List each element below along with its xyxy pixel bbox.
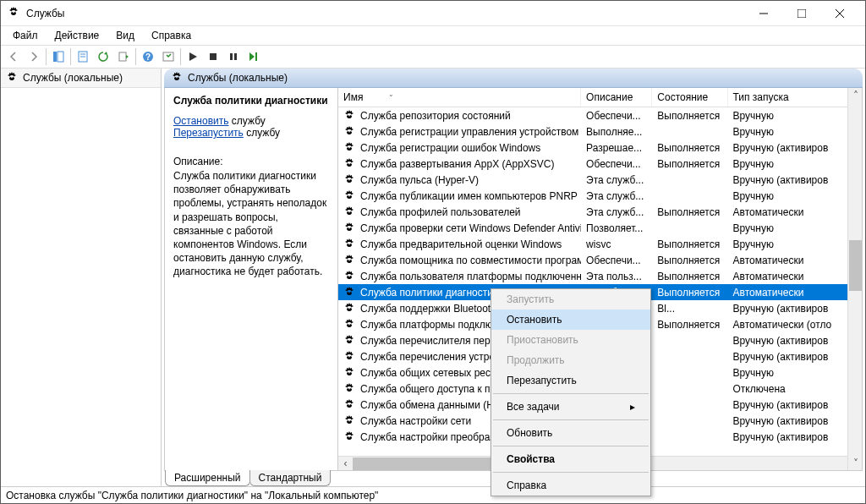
tree-root-item[interactable]: Службы (локальные): [1, 68, 161, 88]
gear-icon: [343, 351, 355, 363]
service-row[interactable]: Служба репозитория состоянийОбеспечи...В…: [338, 107, 862, 123]
scroll-up-arrow[interactable]: ˄: [848, 88, 863, 102]
service-desc: Разрешае...: [581, 142, 652, 154]
forward-button[interactable]: [25, 47, 43, 66]
scroll-down-arrow[interactable]: ˅: [848, 456, 863, 470]
pause-service-button[interactable]: [224, 47, 243, 66]
service-startup: Вручную (активиров: [728, 415, 862, 427]
menu-bar: Файл Действие Вид Справка: [1, 26, 865, 45]
back-button[interactable]: [4, 47, 23, 66]
service-desc: Выполняе...: [581, 126, 652, 138]
service-row[interactable]: Служба пульса (Hyper-V)Эта служб...Вручн…: [338, 172, 862, 188]
service-desc: Эта служб...: [581, 174, 652, 186]
ctx-item: Продолжить: [491, 350, 650, 370]
ctx-item[interactable]: Свойства: [491, 449, 650, 469]
properties-button[interactable]: [74, 47, 92, 66]
service-row[interactable]: Служба регистрации управления устройство…: [338, 123, 862, 140]
service-row[interactable]: Служба предварительной оценки Windowswis…: [338, 236, 862, 252]
service-startup: Автоматически: [728, 287, 862, 299]
service-desc: wisvc: [581, 238, 652, 250]
service-name: Служба общего доступа к по: [360, 383, 496, 395]
service-desc: Обеспечи...: [581, 158, 652, 170]
gear-icon: [343, 367, 355, 379]
svg-rect-1: [797, 9, 806, 18]
service-row[interactable]: Служба публикации имен компьютеров PNRPЭ…: [338, 188, 862, 204]
menu-file[interactable]: Файл: [6, 28, 45, 43]
export-button[interactable]: [114, 47, 133, 66]
service-name: Служба помощника по совместимости програ…: [360, 255, 581, 266]
service-name: Служба регистрации ошибок Windows: [360, 142, 540, 154]
svg-rect-5: [58, 52, 63, 62]
gear-icon: [343, 238, 355, 250]
service-row[interactable]: Служба помощника по совместимости програ…: [338, 252, 862, 268]
menu-view[interactable]: Вид: [109, 28, 141, 43]
service-name: Служба предварительной оценки Windows: [360, 238, 562, 250]
service-desc: Эта служб...: [581, 190, 652, 202]
help-button[interactable]: ?: [139, 47, 157, 66]
vertical-scrollbar[interactable]: ˄ ˅: [847, 88, 862, 470]
ctx-item[interactable]: Обновить: [491, 423, 650, 443]
header-name[interactable]: Имя⌄: [338, 88, 581, 107]
stop-service-button[interactable]: [204, 47, 222, 66]
maximize-button[interactable]: [782, 1, 820, 25]
service-row[interactable]: Служба проверки сети Windows Defender An…: [338, 220, 862, 236]
service-startup: Автоматически (отло: [728, 319, 862, 331]
gear-icon: [343, 303, 355, 315]
tab-extended[interactable]: Расширенный: [165, 470, 250, 486]
minimize-button[interactable]: [744, 1, 782, 25]
detail-pane: Служба политики диагностики Остановить с…: [165, 88, 338, 470]
gear-icon: [343, 271, 355, 282]
service-name: Служба общих сетевых ресур: [360, 367, 502, 379]
ctx-item[interactable]: Справка: [491, 475, 650, 496]
service-name: Служба регистрации управления устройство…: [360, 126, 578, 138]
restart-service-link[interactable]: Перезапустить: [173, 127, 244, 139]
header-description[interactable]: Описание: [581, 88, 652, 107]
service-startup: Вручную: [728, 238, 862, 250]
gear-icon: [343, 142, 355, 154]
services-window: Службы Файл Действие Вид Справка ?: [0, 0, 866, 504]
ctx-item[interactable]: Перезапустить: [491, 370, 650, 391]
vscroll-thumb[interactable]: [849, 240, 862, 291]
tab-standard[interactable]: Стандартный: [249, 470, 332, 486]
service-startup: Вручную: [728, 367, 862, 379]
header-startup[interactable]: Тип запуска: [728, 88, 862, 107]
tree-pane: Службы (локальные): [1, 68, 162, 486]
gear-icon: [343, 206, 355, 218]
service-startup: Вручную (активиров: [728, 174, 862, 186]
restart-service-button[interactable]: [244, 47, 263, 66]
service-row[interactable]: Служба развертывания AppX (AppXSVC)Обесп…: [338, 156, 862, 172]
ctx-item: Запустить: [491, 289, 650, 310]
menu-help[interactable]: Справка: [145, 28, 198, 43]
close-button[interactable]: [820, 1, 858, 25]
service-name: Служба пульса (Hyper-V): [360, 174, 479, 186]
service-startup: Вручную (активиров: [728, 335, 862, 347]
toolbar: ?: [1, 45, 865, 68]
service-desc: Обеспечи...: [581, 255, 652, 266]
refresh-button[interactable]: [94, 47, 112, 66]
service-state: Выполняется: [652, 319, 727, 331]
ctx-item[interactable]: Остановить: [491, 310, 650, 330]
tasks-button[interactable]: [159, 47, 178, 66]
service-state: Выполняется: [652, 142, 727, 154]
service-state: Выполняется: [652, 255, 727, 266]
service-startup: Автоматически: [728, 255, 862, 266]
service-name: Служба перечислителя пере: [360, 335, 496, 347]
menu-action[interactable]: Действие: [48, 28, 107, 43]
service-row[interactable]: Служба профилей пользователейЭта служб..…: [338, 204, 862, 220]
service-startup: Автоматически: [728, 206, 862, 218]
service-desc: Позволяет...: [581, 222, 652, 234]
right-pane: Службы (локальные) Служба политики диагн…: [162, 68, 865, 486]
svg-rect-14: [230, 53, 233, 60]
start-service-button[interactable]: [184, 47, 202, 66]
gear-icon: [343, 383, 355, 395]
gear-icon: [343, 110, 355, 122]
svg-text:?: ?: [145, 52, 151, 62]
header-state[interactable]: Состояние: [652, 88, 727, 107]
stop-service-link[interactable]: Остановить: [173, 115, 229, 127]
service-row[interactable]: Служба пользователя платформы подключенн…: [338, 268, 862, 284]
ctx-item[interactable]: Все задачи▸: [491, 397, 650, 417]
show-hide-tree-button[interactable]: [49, 47, 68, 66]
service-row[interactable]: Служба регистрации ошибок WindowsРазреша…: [338, 140, 862, 156]
gear-icon: [343, 415, 355, 427]
scroll-left-arrow[interactable]: ‹: [338, 457, 353, 471]
